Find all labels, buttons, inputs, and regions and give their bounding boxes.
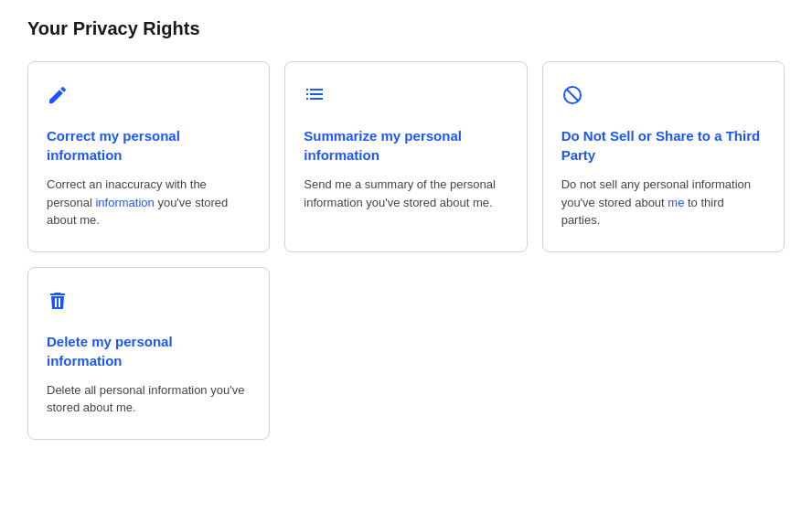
- correct-highlight: information: [95, 196, 154, 209]
- correct-card[interactable]: Correct my personal information Correct …: [27, 61, 270, 252]
- cards-row-2: Delete my personal information Delete al…: [27, 267, 785, 440]
- summarize-card-title: Summarize my personal information: [304, 126, 508, 165]
- donot-sell-card-title: Do Not Sell or Share to a Third Party: [561, 126, 765, 165]
- svg-rect-2: [306, 93, 308, 95]
- delete-card[interactable]: Delete my personal information Delete al…: [27, 267, 270, 440]
- list-icon: [304, 84, 508, 112]
- correct-card-desc: Correct an inaccuracy with the personal …: [47, 176, 251, 229]
- delete-card-title: Delete my personal information: [47, 332, 251, 370]
- no-icon: [561, 84, 765, 112]
- svg-rect-5: [310, 98, 323, 100]
- summarize-card-desc: Send me a summary of the personal inform…: [304, 176, 508, 211]
- svg-rect-4: [306, 98, 308, 100]
- donot-highlight: me: [668, 196, 684, 209]
- trash-icon: [47, 290, 251, 317]
- svg-rect-0: [306, 89, 308, 91]
- summarize-card[interactable]: Summarize my personal information Send m…: [284, 61, 527, 252]
- svg-line-7: [566, 90, 578, 101]
- svg-rect-3: [310, 93, 323, 95]
- correct-card-title: Correct my personal information: [47, 126, 251, 165]
- donot-sell-card[interactable]: Do Not Sell or Share to a Third Party Do…: [542, 61, 785, 252]
- donot-sell-card-desc: Do not sell any personal information you…: [561, 176, 765, 229]
- delete-card-desc: Delete all personal information you've s…: [47, 381, 251, 417]
- svg-rect-1: [310, 89, 323, 91]
- cards-row-1: Correct my personal information Correct …: [27, 61, 785, 252]
- edit-icon: [47, 84, 251, 112]
- page-title: Your Privacy Rights: [27, 18, 785, 39]
